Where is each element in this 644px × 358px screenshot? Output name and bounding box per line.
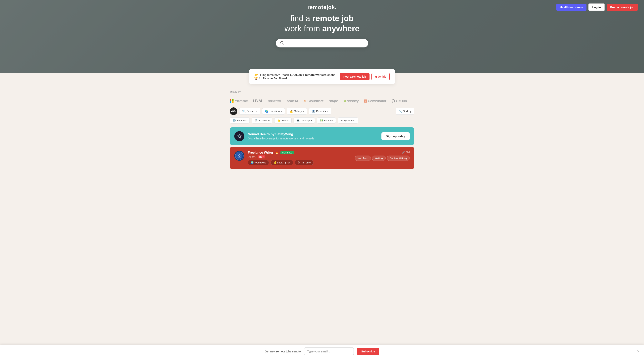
fire-emoji: 🔥 xyxy=(275,151,278,154)
senior-label: Senior xyxy=(282,119,289,122)
hot-badge: HOT xyxy=(258,155,265,159)
job-time: 🔗 27d xyxy=(402,151,410,154)
non-tech-tag[interactable]: Non Tech xyxy=(355,156,371,161)
hero-line1: find a remote job xyxy=(284,13,360,24)
search-icon xyxy=(280,41,284,45)
iapwe-logo xyxy=(235,152,244,160)
ycombinator-logo: Y Combinator xyxy=(364,99,386,103)
ibm-logo: IBM xyxy=(253,99,262,104)
post-job-button-banner[interactable]: Post a remote job xyxy=(340,73,369,80)
promo-emoji: 👉 xyxy=(254,73,258,76)
location-filter-button[interactable]: 🌍 Location ▾ xyxy=(262,108,285,115)
developer-icon: 💻 xyxy=(296,119,300,122)
hide-button[interactable]: Hide this xyxy=(372,73,390,80)
search-bar[interactable] xyxy=(276,39,368,47)
promo-banner: 👉 Hiring remotely? Reach 1,700,000+ remo… xyxy=(249,69,395,84)
health-insurance-button[interactable]: Health insurance xyxy=(556,4,586,11)
email-bar-text: Get new remote jobs sent to xyxy=(265,350,301,353)
category-developer[interactable]: 💻 Developer xyxy=(294,117,315,124)
writing-tag[interactable]: Writing xyxy=(372,156,386,161)
salary-filter-button[interactable]: 💰 Salary ▾ xyxy=(287,108,307,115)
salary-icon: 💰 xyxy=(273,161,276,164)
search-filter-label: Search xyxy=(246,110,255,113)
location-filter-label: Location xyxy=(270,110,280,113)
search-filter-icon: 🔍 xyxy=(242,110,246,113)
location-filter-arrow: ▾ xyxy=(281,110,282,113)
subscribe-button[interactable]: Subscribe xyxy=(357,348,380,355)
hero-line2: work from anywhere xyxy=(284,24,360,34)
salary-filter-icon: 💰 xyxy=(290,110,293,113)
login-button[interactable]: Log in xyxy=(588,3,605,11)
job-tags-row: 🌍 Worldwide 💰 $50k - $70k ⏱ Part time xyxy=(248,160,351,165)
engineer-label: Engineer xyxy=(237,119,247,122)
time-text: 27d xyxy=(406,151,410,154)
job-company-row: IAPWE HOT xyxy=(248,155,351,159)
benefits-filter-label: Benefits xyxy=(316,110,326,113)
brand-logo-button[interactable]: r|OK ▾ xyxy=(230,107,237,115)
close-email-bar-button[interactable]: × xyxy=(637,349,640,354)
category-sysadmin[interactable]: ∞ Sys Admin xyxy=(338,117,358,124)
verified-badge: VERIFIED xyxy=(280,151,294,154)
sortby-icon: 🔧 xyxy=(398,110,402,113)
scaleai-logo: scaleAI xyxy=(286,99,298,103)
dropdown-arrow-logo: ▾ xyxy=(235,110,236,112)
github-icon xyxy=(392,99,395,103)
type-text: Part time xyxy=(301,161,311,164)
sortby-button[interactable]: 🔧 Sort by xyxy=(396,108,414,115)
location-tag[interactable]: 🌍 Worldwide xyxy=(248,160,269,165)
salary-tag[interactable]: 💰 $50k - $70k xyxy=(270,160,293,165)
nomad-health-card[interactable]: Nomad Health by SafetyWing Global health… xyxy=(230,127,414,145)
cloudflare-icon xyxy=(303,99,307,103)
brand-logo-text: r|OK xyxy=(231,110,235,112)
sortby-label: Sort by xyxy=(403,110,412,113)
nomad-logo xyxy=(234,131,244,141)
svg-line-1 xyxy=(283,44,284,44)
category-senior[interactable]: ⭐ Senior xyxy=(274,117,292,124)
shopify-icon xyxy=(343,100,346,103)
email-input[interactable] xyxy=(304,348,354,355)
finance-icon: 💵 xyxy=(320,119,323,122)
trusted-section: trusted by Microsoft IBM amazon scaleAI xyxy=(226,90,418,104)
search-filter-button[interactable]: 🔍 Search ▾ xyxy=(239,108,260,115)
site-logo[interactable]: remote|ok. xyxy=(308,4,336,10)
ycombinator-icon: Y xyxy=(364,100,367,103)
svg-point-5 xyxy=(236,153,242,159)
signup-today-button[interactable]: Sign up today xyxy=(382,132,410,140)
category-tags: ⚙️ Engineer 📋 Executive ⭐ Senior 💻 Devel… xyxy=(226,117,418,124)
executive-icon: 📋 xyxy=(254,119,258,122)
content-writing-tag[interactable]: Content Writing xyxy=(387,156,410,161)
trusted-label: trusted by xyxy=(230,90,241,93)
iapwe-logo-svg xyxy=(236,152,243,159)
finance-label: Finance xyxy=(324,119,333,122)
category-engineer[interactable]: ⚙️ Engineer xyxy=(230,117,250,124)
promo-text: 👉 Hiring remotely? Reach 1,700,000+ remo… xyxy=(254,73,337,80)
location-icon: 🌍 xyxy=(251,161,254,164)
nomad-info: Nomad Health by SafetyWing Global health… xyxy=(248,132,378,140)
job-card-freelance-writer[interactable]: Freelance Writer 🔥 VERIFIED IAPWE HOT 🌍 … xyxy=(230,147,414,169)
worker-count-link[interactable]: 1,700,000+ remote workers xyxy=(290,73,326,76)
logo-text: remote|ok. xyxy=(308,4,336,10)
job-title: Freelance Writer xyxy=(248,151,273,155)
type-tag[interactable]: ⏱ Part time xyxy=(295,160,314,165)
amazon-logo: amazon xyxy=(268,99,281,103)
category-finance[interactable]: 💵 Finance xyxy=(317,117,336,124)
promo-buttons: Post a remote job Hide this xyxy=(340,73,390,80)
benefits-filter-button[interactable]: 🏦 Benefits ▾ xyxy=(309,108,331,115)
engineer-icon: ⚙️ xyxy=(232,119,236,122)
search-input[interactable] xyxy=(286,41,364,45)
category-executive[interactable]: 📋 Executive xyxy=(252,117,272,124)
link-icon: 🔗 xyxy=(402,151,405,154)
search-filter-arrow: ▾ xyxy=(256,110,257,113)
stripe-logo: stripe xyxy=(329,99,338,103)
cloudflare-logo: Cloudflare xyxy=(303,99,324,103)
post-job-button-top[interactable]: Post a remote job xyxy=(607,4,638,11)
company-name: IAPWE xyxy=(248,155,256,159)
executive-label: Executive xyxy=(259,119,270,122)
trusted-logos: Microsoft IBM amazon scaleAI Cloudflare … xyxy=(230,99,407,104)
svg-text:Y: Y xyxy=(365,100,366,102)
nomad-company-name: Nomad Health by SafetyWing xyxy=(248,132,378,136)
top-navigation: remote|ok. Health insurance Log in Post … xyxy=(0,0,644,14)
svg-point-6 xyxy=(239,154,240,155)
filter-bar: r|OK ▾ 🔍 Search ▾ 🌍 Location ▾ 💰 Salary … xyxy=(226,107,418,115)
location-text: Worldwide xyxy=(254,161,266,164)
